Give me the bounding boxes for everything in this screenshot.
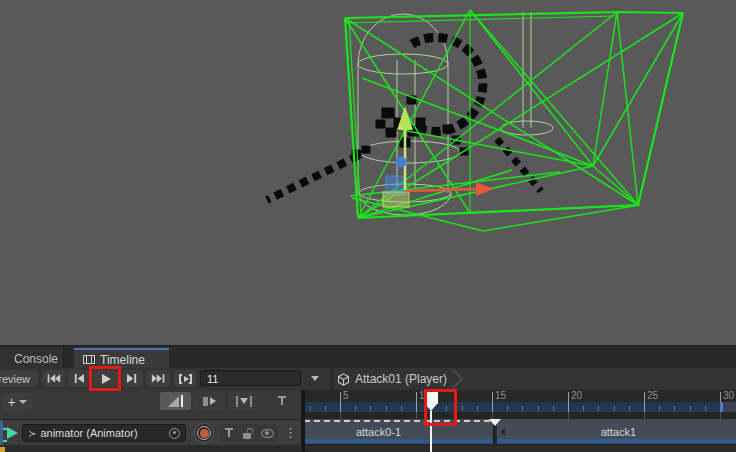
ruler-tick: [477, 406, 478, 411]
breadcrumb-label: Attack01 (Player): [355, 372, 447, 386]
pin-icon[interactable]: [224, 427, 234, 439]
preview-toggle[interactable]: Preview: [0, 370, 38, 387]
go-to-end-button[interactable]: [146, 370, 170, 387]
gizmo-xz-plane[interactable]: [383, 192, 409, 207]
gizmo-z-handle[interactable]: [396, 157, 407, 168]
tab-bar: Console Timeline: [0, 345, 736, 368]
scene-canvas: [0, 0, 736, 345]
track-header[interactable]: ≻ animator (Animator) ⋮: [0, 419, 301, 445]
ruler-major-tick: [340, 392, 341, 412]
chevron-down-icon: [19, 400, 27, 404]
ruler-tick: [553, 406, 554, 411]
ruler-gridline: [568, 412, 569, 419]
ruler-tick: [310, 406, 311, 411]
replace-mode-button[interactable]: [228, 392, 259, 410]
ruler-tick: [462, 406, 463, 411]
breadcrumb[interactable]: Attack01 (Player): [337, 368, 464, 390]
next-frame-button[interactable]: [122, 370, 143, 387]
ruler-tick: [629, 406, 630, 411]
clip-stripe: [305, 439, 493, 443]
track-binding-label: animator (Animator): [40, 427, 137, 439]
ruler-tick: [614, 406, 615, 411]
ruler-tick: [690, 406, 691, 411]
ripple-arrow-icon: [210, 397, 216, 405]
ruler-label: 5: [343, 390, 349, 401]
ripple-mode-icon: [203, 397, 208, 406]
play-range-button[interactable]: [174, 370, 196, 387]
warning-marker: [0, 447, 5, 452]
gizmo-x-axis[interactable]: [406, 189, 478, 191]
bottom-strip-right: [305, 445, 736, 452]
cube-icon: [337, 373, 350, 386]
ruler-gridline: [340, 412, 341, 419]
clip-attack0-1[interactable]: attack0-1: [305, 419, 495, 445]
scene-view[interactable]: [0, 0, 736, 345]
ruler-major-tick: [568, 392, 569, 412]
ruler-label: 30: [723, 390, 734, 401]
eye-icon[interactable]: [261, 429, 274, 438]
replace-mode-icon: [240, 398, 248, 404]
replace-bar-right: [250, 396, 252, 407]
timeline-panel: Console Timeline Preview: [0, 345, 736, 452]
ruler-major-tick: [644, 392, 645, 412]
ruler-major-tick: [492, 392, 493, 412]
more-options-icon[interactable]: ⋮: [284, 423, 297, 443]
tab-console[interactable]: Console: [0, 348, 64, 369]
next-frame-icon: [126, 373, 139, 384]
timeline-content[interactable]: attack0-1attack1 51015202530: [305, 390, 736, 452]
bottom-strip: [0, 445, 302, 452]
ruler-tick: [370, 406, 371, 411]
ruler-gridline: [492, 412, 493, 419]
ruler-tick: [507, 406, 508, 411]
marker-toggle-button[interactable]: [266, 392, 297, 410]
previous-frame-button[interactable]: [68, 370, 89, 387]
ruler-gridline: [720, 412, 721, 419]
ruler-tick: [674, 406, 675, 411]
mix-mode-icon: [168, 396, 179, 407]
ruler-gridline: [416, 412, 417, 419]
object-picker-icon[interactable]: [169, 428, 180, 439]
track-binding-field[interactable]: ≻ animator (Animator): [22, 424, 186, 442]
add-track-button[interactable]: +: [2, 393, 32, 411]
ruler-tick: [355, 406, 356, 411]
frame-field[interactable]: 11: [200, 370, 301, 386]
clip-attack1[interactable]: attack1: [497, 419, 736, 445]
ruler-tick: [538, 406, 539, 411]
tab-timeline-label: Timeline: [100, 353, 145, 367]
clip-in-notch: [500, 428, 505, 436]
gizmo-x-arrowhead[interactable]: [476, 182, 494, 196]
ripple-mode-button[interactable]: [194, 392, 225, 410]
ruler-label: 20: [571, 390, 582, 401]
mix-mode-bar: [181, 395, 183, 407]
ruler-label: 25: [647, 390, 658, 401]
go-to-start-button[interactable]: [42, 370, 65, 387]
ruler-band-out-of-range: [723, 402, 736, 412]
unity-editor: Console Timeline Preview: [0, 0, 736, 452]
highlight-play-button: [89, 366, 121, 391]
clip-stripe: [497, 439, 736, 443]
animation-track-icon: [7, 427, 18, 439]
ruler-tick: [522, 406, 523, 411]
clip-label: attack0-1: [356, 426, 401, 438]
ruler-tick: [598, 406, 599, 411]
play-range-icon: [178, 373, 193, 385]
mix-mode-button[interactable]: [160, 392, 191, 410]
clip-label: attack1: [601, 426, 636, 438]
record-button[interactable]: [194, 423, 214, 443]
frame-field-dropdown[interactable]: [305, 370, 325, 387]
ruler-gap: [305, 412, 736, 419]
clip-row[interactable]: attack0-1attack1: [305, 419, 736, 445]
track-options-group: [220, 424, 278, 442]
previous-frame-icon: [72, 373, 85, 384]
chevron-down-icon: [311, 376, 319, 381]
ruler-tick: [705, 406, 706, 411]
lock-icon[interactable]: [243, 428, 252, 439]
ruler-tick: [659, 406, 660, 411]
film-icon: [83, 354, 95, 365]
preview-label: Preview: [0, 373, 30, 385]
go-to-end-icon: [151, 373, 166, 384]
add-label: +: [7, 394, 15, 410]
ruler-label: 15: [495, 390, 506, 401]
tab-console-label: Console: [14, 352, 58, 366]
replace-bar-left: [236, 396, 238, 407]
